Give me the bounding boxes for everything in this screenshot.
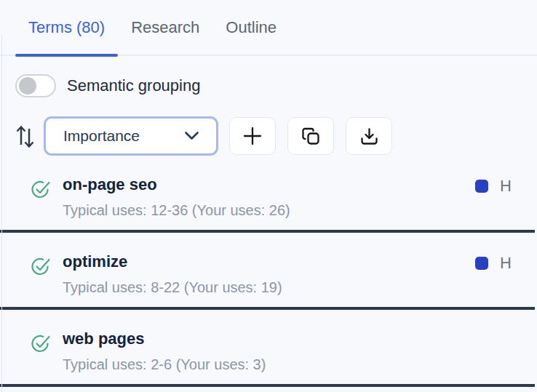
copy-terms-button[interactable] [287, 117, 334, 155]
term-row-on-page-seo[interactable]: on-page seo Typical uses: 12-36 (Your us… [0, 156, 535, 233]
tab-outline-label: Outline [226, 18, 277, 37]
sort-by-value: Importance [63, 127, 140, 145]
sort-arrows-icon [15, 122, 36, 150]
download-icon [359, 127, 379, 146]
term-usage-stats: Typical uses: 12-36 (Your uses: 26) [63, 201, 475, 220]
chevron-down-icon [185, 132, 199, 140]
add-term-button[interactable] [229, 117, 276, 155]
semantic-grouping-row: Semantic grouping [15, 74, 537, 97]
term-list: on-page seo Typical uses: 12-36 (Your us… [0, 156, 537, 387]
term-importance: H [475, 177, 512, 196]
semantic-grouping-toggle[interactable] [15, 74, 56, 97]
tab-outline[interactable]: Outline [212, 0, 290, 55]
sort-direction-button[interactable] [15, 121, 44, 151]
download-terms-button[interactable] [346, 117, 392, 155]
controls-row: Importance [15, 116, 537, 156]
copy-icon [301, 127, 321, 146]
tab-research-label: Research [131, 18, 199, 37]
term-row-optimize[interactable]: optimize Typical uses: 8-22 (Your uses: … [0, 233, 535, 310]
term-name: on-page seo [63, 174, 475, 195]
sort-by-dropdown[interactable]: Importance [44, 116, 218, 156]
importance-badge-icon [475, 180, 488, 193]
semantic-grouping-label: Semantic grouping [67, 76, 200, 95]
check-circle-icon [29, 255, 52, 278]
importance-badge-icon [475, 257, 488, 270]
tab-terms[interactable]: Terms (80) [15, 0, 118, 55]
panel-left-divider [1, 35, 2, 392]
importance-letter: H [500, 254, 512, 273]
term-usage-stats: Typical uses: 2-6 (Your uses: 3) [63, 355, 487, 374]
importance-letter: H [500, 177, 512, 196]
plus-icon [243, 127, 262, 145]
term-row-web-pages[interactable]: web pages Typical uses: 2-6 (Your uses: … [0, 310, 535, 387]
term-importance: H [475, 254, 512, 273]
term-name: optimize [63, 251, 475, 272]
tab-bar: Terms (80) Research Outline [0, 0, 537, 56]
check-circle-icon [29, 332, 52, 355]
check-circle-icon [29, 178, 52, 201]
term-name: web pages [63, 328, 487, 349]
tab-research[interactable]: Research [118, 0, 212, 55]
tab-terms-label: Terms (80) [28, 18, 105, 37]
toggle-knob [19, 77, 36, 95]
term-usage-stats: Typical uses: 8-22 (Your uses: 19) [63, 278, 475, 297]
